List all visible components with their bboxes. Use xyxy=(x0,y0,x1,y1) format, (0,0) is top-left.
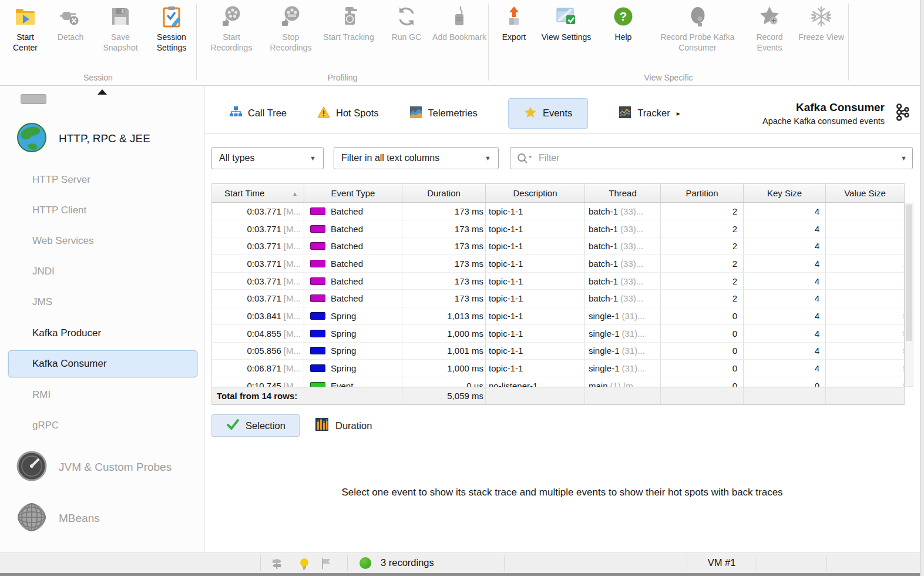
table-row[interactable]: 0:03.771[M...Batched173 mstopic-1-1batch… xyxy=(212,220,904,238)
view-settings-icon xyxy=(555,4,577,29)
column-header-duration[interactable]: Duration xyxy=(402,184,486,202)
table-scrollbar-thumb[interactable] xyxy=(906,205,912,341)
cell-duration: 173 ms xyxy=(402,203,486,220)
table-total-row: Total from 14 rows: 5,059 ms xyxy=(212,387,904,405)
tab-tracker[interactable]: Tracker ▸ xyxy=(619,106,680,121)
cell-partition: 2 xyxy=(661,203,744,220)
cell-value-size: 5 xyxy=(826,360,904,377)
event-type-filter-dropdown[interactable]: All types ▼ xyxy=(211,147,324,169)
table-row[interactable]: 0:03.771[M...Batched173 mstopic-1-1batch… xyxy=(212,237,904,255)
cell-description: topic-1-1 xyxy=(486,220,585,238)
column-header-partition[interactable]: Partition xyxy=(661,184,744,202)
table-row[interactable]: 0:03.771[M...Batched173 mstopic-1-1batch… xyxy=(212,203,904,220)
table-row[interactable]: 0:05.856[M...Spring1,001 mstopic-1-1sing… xyxy=(212,343,904,360)
cell-key-size: 4 xyxy=(744,325,826,343)
sidebar-item-http-server[interactable]: HTTP Server xyxy=(32,174,90,186)
table-row[interactable]: 0:03.771[M...Batched173 mstopic-1-1batch… xyxy=(212,273,904,290)
sidebar-section-jvm-custom-probes[interactable]: JVM & Custom Probes xyxy=(0,452,204,483)
table-row[interactable]: 0:04.855[M...Spring1,000 mstopic-1-1sing… xyxy=(212,325,904,343)
cell-duration: 173 ms xyxy=(402,290,486,307)
tab-telemetries[interactable]: Telemetries xyxy=(409,106,478,121)
sidebar-item-jndi[interactable]: JNDI xyxy=(32,266,55,277)
event-type-swatch xyxy=(310,382,325,387)
toolbar-button-label: Start Center xyxy=(4,29,47,56)
cell-event-type: Event xyxy=(304,377,402,387)
column-header-start-time[interactable]: Start Time ▲ xyxy=(212,184,304,202)
sidebar-item-kafka-consumer-label[interactable]: Kafka Consumer xyxy=(32,358,107,370)
toolbar-group-view-specific: Export View Settings ? Help xyxy=(489,0,848,85)
duration-tab[interactable]: Duration xyxy=(315,417,372,434)
sidebar-item-jms[interactable]: JMS xyxy=(32,296,52,308)
selection-tab[interactable]: Selection xyxy=(211,414,300,437)
session-settings-button[interactable]: Session Settings xyxy=(147,0,196,56)
cell-key-size: 4 xyxy=(744,343,826,360)
table-row[interactable]: 0:06.871[M...Spring1,000 mstopic-1-1sing… xyxy=(212,360,904,377)
cell-key-size: 4 xyxy=(744,237,826,255)
sidebar-section-http-rpc-jee[interactable]: HTTP, RPC & JEE xyxy=(0,123,204,154)
mbeans-sphere-icon xyxy=(16,502,47,535)
tab-hot-spots[interactable]: Hot Spots xyxy=(317,106,378,121)
cell-description: topic-1-1 xyxy=(486,255,585,273)
table-row[interactable]: 0:03.841[M...Spring1,013 mstopic-1-1sing… xyxy=(212,307,904,325)
sidebar-scroll-thumb[interactable] xyxy=(21,94,46,104)
cell-description: topic-1-1 xyxy=(486,203,585,220)
sidebar-section-mbeans[interactable]: MBeans xyxy=(0,503,204,534)
stop-recordings-icon xyxy=(280,4,302,29)
sidebar-item-http-client[interactable]: HTTP Client xyxy=(32,205,86,216)
tracker-expand-icon[interactable]: ▸ xyxy=(677,109,680,118)
cell-thread: main(1) [m... xyxy=(585,377,661,387)
events-star-icon xyxy=(524,106,537,121)
column-header-value-size[interactable]: Value Size xyxy=(826,184,904,202)
cell-value-size: 1 xyxy=(826,220,904,238)
cell-description: topic-1-1 xyxy=(486,325,585,343)
probe-view: Call Tree Hot Spots Telemetries Events xyxy=(204,86,920,552)
sidebar-item-kafka-producer[interactable]: Kafka Producer xyxy=(32,327,101,339)
chevron-down-icon[interactable]: ▼ xyxy=(901,155,907,162)
vm-selector[interactable]: VM #1 xyxy=(687,557,757,568)
view-settings-button[interactable]: View Settings xyxy=(539,0,593,56)
cell-key-size: 4 xyxy=(744,360,826,377)
freeze-view-snowflake-icon xyxy=(810,4,832,29)
cell-thread: batch-1(33)... xyxy=(585,237,661,255)
cell-description: topic-1-1 xyxy=(486,237,585,255)
column-header-event-type[interactable]: Event Type xyxy=(304,184,402,202)
help-button[interactable]: ? Help xyxy=(595,0,651,56)
column-header-key-size[interactable]: Key Size xyxy=(744,184,826,202)
scroll-up-arrow-icon[interactable] xyxy=(98,89,107,95)
cell-thread: batch-1(33)... xyxy=(585,290,661,307)
table-row[interactable]: 0:03.771[M...Batched173 mstopic-1-1batch… xyxy=(212,290,904,307)
event-type-swatch xyxy=(310,277,325,285)
signpost-icon[interactable] xyxy=(270,557,284,573)
cell-start-time: 0:06.871[M... xyxy=(212,360,304,377)
table-row[interactable]: 0:10.745[M...Event0 µsno-listener-1main(… xyxy=(212,377,904,387)
cell-thread: batch-1(33)... xyxy=(585,203,661,220)
tab-events[interactable]: Events xyxy=(508,98,588,129)
lightbulb-icon[interactable] xyxy=(297,557,311,573)
cell-value-size: 5 xyxy=(826,307,904,325)
jprofiler-window: Start Center Detach Save Snapshot Sessio… xyxy=(0,0,924,576)
filter-column-dropdown[interactable]: Filter in all text columns ▼ xyxy=(334,147,499,169)
sidebar-item-grpc[interactable]: gRPC xyxy=(32,420,59,431)
export-button[interactable]: Export xyxy=(489,0,539,56)
cell-event-type: Batched xyxy=(304,290,402,307)
detach-icon xyxy=(59,4,82,29)
duration-histogram-icon xyxy=(315,417,329,434)
table-header: Start Time ▲ Event Type Duration Descrip… xyxy=(212,183,904,203)
table-row[interactable]: 0:03.771[M...Batched173 mstopic-1-1batch… xyxy=(212,255,904,273)
cell-duration: 1,001 ms xyxy=(402,343,486,360)
cell-thread: single-1(31)... xyxy=(585,343,661,360)
tab-call-tree[interactable]: Call Tree xyxy=(229,106,287,121)
cell-start-time: 0:05.856[M... xyxy=(212,343,304,360)
column-header-description[interactable]: Description xyxy=(486,184,585,202)
start-center-button[interactable]: Start Center xyxy=(4,0,47,56)
flag-icon[interactable] xyxy=(319,557,333,573)
toolbar-button-label: Save Snapshot xyxy=(94,29,147,56)
cell-start-time: 0:03.771[M... xyxy=(212,273,304,290)
filter-input[interactable] xyxy=(510,148,912,169)
sidebar-item-web-services[interactable]: Web Services xyxy=(32,235,94,247)
freeze-view-button: Freeze View xyxy=(795,0,847,56)
recordings-count[interactable]: 3 recordings xyxy=(381,557,434,568)
sidebar-item-rmi[interactable]: RMI xyxy=(32,389,51,401)
column-header-thread[interactable]: Thread xyxy=(585,184,661,202)
table-scrollbar[interactable] xyxy=(905,203,913,387)
